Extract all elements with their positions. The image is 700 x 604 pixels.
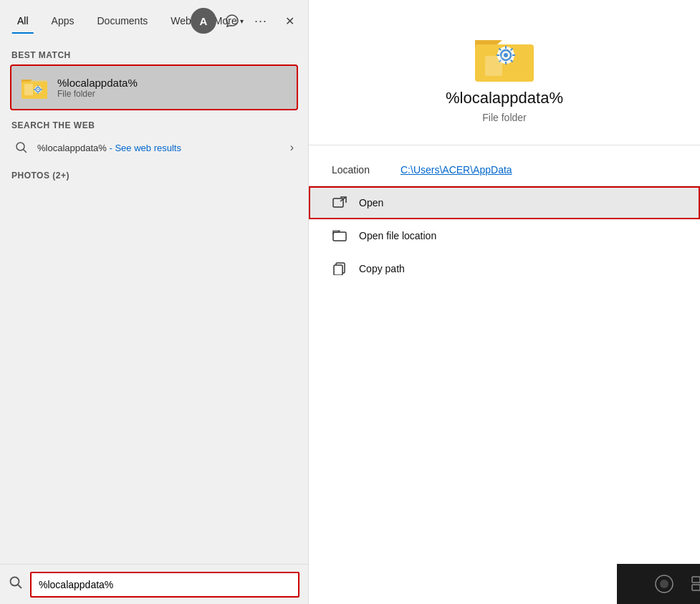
- photos-section: Photos (2+): [11, 171, 297, 181]
- window-controls: A ··· ✕: [191, 0, 308, 42]
- svg-rect-37: [692, 585, 700, 590]
- divider-top: [309, 145, 700, 145]
- tabs-bar: All Apps Documents Web More ▾ A ··· ✕: [0, 0, 308, 42]
- right-panel-file-type: File folder: [482, 112, 526, 123]
- svg-line-14: [18, 585, 21, 588]
- search-panel: All Apps Documents Web More ▾ A ··· ✕: [0, 0, 308, 604]
- best-match-text-block: %localappdata% File folder: [57, 77, 138, 99]
- taskbar: [617, 564, 700, 604]
- best-match-label: Best match: [11, 50, 297, 60]
- tab-all[interactable]: All: [7, 9, 39, 32]
- search-icon: [14, 140, 29, 155]
- web-search-section: Search the web %localappdata% - See web …: [11, 120, 297, 159]
- best-match-type: File folder: [57, 89, 138, 99]
- photos-label: Photos (2+): [11, 171, 297, 181]
- svg-point-34: [660, 580, 668, 588]
- avatar-button[interactable]: A: [191, 8, 216, 34]
- search-bar: [0, 564, 308, 604]
- open-file-location-icon: [332, 228, 347, 244]
- chat-button[interactable]: [219, 8, 245, 34]
- location-value[interactable]: C:\Users\ACER\AppData: [401, 164, 512, 176]
- ellipsis-icon: ···: [254, 14, 267, 29]
- svg-rect-27: [485, 56, 502, 76]
- close-button[interactable]: ✕: [277, 8, 302, 34]
- action-open-file-location-label: Open file location: [359, 230, 436, 241]
- folder-gear-svg: [20, 73, 49, 102]
- tab-apps[interactable]: Apps: [42, 9, 85, 32]
- web-search-item[interactable]: %localappdata% - See web results ›: [11, 136, 297, 159]
- web-search-text: %localappdata% - See web results: [37, 143, 181, 153]
- location-label: Location: [332, 164, 389, 176]
- svg-line-12: [24, 150, 27, 153]
- svg-point-5: [37, 89, 39, 90]
- tab-documents[interactable]: Documents: [87, 9, 158, 32]
- search-bar-icon: [9, 575, 23, 593]
- taskbar-cortana[interactable]: [648, 568, 680, 600]
- close-icon: ✕: [285, 14, 294, 28]
- web-search-label: Search the web: [11, 120, 297, 130]
- action-list: Open Open file location: [309, 186, 700, 285]
- right-panel-file-name: %localappdata%: [446, 89, 563, 107]
- taskbar-task-view[interactable]: [686, 568, 701, 600]
- location-row: Location C:\Users\ACER\AppData: [309, 157, 700, 183]
- svg-rect-35: [692, 577, 700, 583]
- folder-icon-large-svg: [472, 29, 537, 86]
- svg-point-18: [504, 53, 508, 57]
- action-open-label: Open: [359, 197, 383, 208]
- right-panel-content: %localappdata% File folder Location C:\U…: [309, 0, 700, 604]
- svg-point-11: [16, 143, 24, 150]
- svg-rect-32: [334, 265, 342, 275]
- action-open-file-location[interactable]: Open file location: [309, 219, 700, 252]
- search-results-area: Best match: [0, 42, 308, 564]
- action-open[interactable]: Open: [309, 186, 700, 219]
- svg-rect-30: [333, 232, 346, 241]
- web-search-arrow-button[interactable]: ›: [290, 141, 294, 154]
- action-copy-path[interactable]: Copy path: [309, 252, 700, 285]
- svg-rect-10: [24, 84, 33, 95]
- more-options-button[interactable]: ···: [248, 8, 274, 34]
- search-input[interactable]: [30, 572, 299, 598]
- folder-icon: [20, 73, 49, 102]
- open-icon: [332, 195, 347, 211]
- action-copy-path-label: Copy path: [359, 263, 405, 274]
- folder-icon-large: [472, 29, 537, 89]
- chat-icon: [226, 14, 239, 27]
- copy-path-icon: [332, 261, 347, 277]
- best-match-name: %localappdata%: [57, 77, 138, 89]
- right-panel: %localappdata% File folder Location C:\U…: [308, 0, 700, 604]
- svg-point-13: [11, 577, 19, 586]
- best-match-item[interactable]: %localappdata% File folder: [11, 66, 297, 109]
